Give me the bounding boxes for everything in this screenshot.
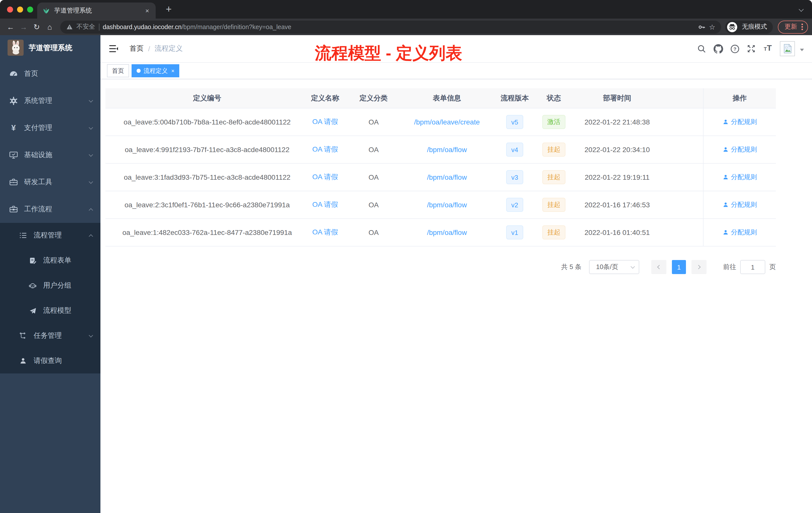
col-header-id: 定义编号 [106, 88, 309, 108]
tags-view-bar: 首页 流程定义 × [100, 63, 812, 79]
yen-icon: ¥ [9, 123, 18, 132]
form-link[interactable]: /bpm/oa/flow [427, 201, 467, 209]
next-page-button[interactable] [692, 260, 706, 274]
search-icon[interactable] [696, 44, 706, 54]
table-header-row: 定义编号 定义名称 定义分类 表单信息 流程版本 状态 部署时间 操作 [106, 88, 776, 109]
assign-rule-link[interactable]: 分配规则 [722, 200, 757, 209]
browser-tab[interactable]: 芋道管理系统 × [37, 2, 156, 19]
chevron-down-icon [89, 125, 93, 129]
home-button[interactable]: ⌂ [43, 23, 56, 31]
form-link[interactable]: /bpm/oa/flow [427, 146, 467, 154]
url-bar[interactable]: 不安全 dashboard.yudao.iocoder.cn/bpm/manag… [60, 20, 721, 33]
app-title: 芋道管理系统 [29, 43, 72, 53]
current-page-button[interactable]: 1 [672, 260, 686, 274]
chevron-up-icon [89, 234, 93, 238]
bookmark-star-icon[interactable]: ☆ [709, 23, 715, 31]
assign-rule-link[interactable]: 分配规则 [722, 173, 757, 182]
sidebar-item-process-form[interactable]: 流程表单 [0, 248, 100, 273]
sidebar-item-home[interactable]: 首页 [0, 60, 100, 87]
definition-name-link[interactable]: OA 请假 [312, 117, 338, 126]
chevron-down-icon [89, 152, 93, 157]
avatar-caret-icon[interactable] [800, 49, 804, 51]
password-key-icon[interactable] [697, 23, 705, 31]
sidebar-item-user-group[interactable]: 用户分组 [0, 273, 100, 298]
avatar[interactable] [780, 41, 795, 56]
favicon-plant-icon [42, 6, 50, 14]
close-window-button[interactable] [7, 6, 13, 12]
tab-search-chevron-icon[interactable] [799, 7, 804, 12]
sidebar-item-workflow[interactable]: 工作流程 [0, 196, 100, 223]
new-tab-button[interactable]: + [162, 2, 176, 16]
sidebar-item-process-model[interactable]: 流程模型 [0, 298, 100, 323]
col-header-form: 表单信息 [406, 88, 488, 108]
browser-toolbar: ← → ↻ ⌂ 不安全 dashboard.yudao.iocoder.cn/b… [0, 19, 812, 35]
browser-update-button[interactable]: 更新 [778, 20, 808, 33]
definition-category: OA [342, 109, 406, 135]
sidebar-item-process-management[interactable]: 流程管理 [0, 223, 100, 248]
definition-table: 定义编号 定义名称 定义分类 表单信息 流程版本 状态 部署时间 操作 oa_l… [106, 88, 776, 246]
chevron-down-icon [89, 333, 93, 337]
version-badge: v3 [506, 170, 523, 184]
browser-menu-icon[interactable] [802, 24, 803, 30]
assign-rule-link[interactable]: 分配规则 [722, 228, 757, 237]
back-button[interactable]: ← [4, 23, 17, 31]
definition-name-link[interactable]: OA 请假 [312, 200, 338, 209]
url-divider [99, 23, 99, 30]
definition-name-link[interactable]: OA 请假 [312, 228, 338, 237]
zoom-window-button[interactable] [27, 6, 33, 12]
user-icon [722, 230, 728, 235]
forward-button[interactable]: → [17, 23, 30, 31]
sidebar-item-leave-query[interactable]: 请假查询 [0, 349, 100, 373]
url-text[interactable]: dashboard.yudao.iocoder.cn/bpm/manager/d… [103, 23, 291, 30]
page-size-select[interactable]: 10条/页 [589, 260, 639, 274]
broken-image-icon [781, 42, 794, 55]
breadcrumb-home[interactable]: 首页 [129, 44, 144, 53]
user-icon [19, 357, 27, 365]
prev-page-button[interactable] [651, 260, 666, 274]
security-label[interactable]: 不安全 [76, 23, 95, 31]
font-size-icon[interactable]: TT [763, 44, 773, 54]
tab-close-icon[interactable]: × [144, 7, 151, 14]
tag-home[interactable]: 首页 [107, 64, 129, 77]
form-link[interactable]: /bpm/oa/leave/create [414, 118, 480, 126]
workflow-submenu: 流程管理 流程表单 用户分组 [0, 223, 100, 373]
user-icon [722, 174, 728, 180]
sidebar-item-payment[interactable]: ¥ 支付管理 [0, 115, 100, 142]
definition-name-link[interactable]: OA 请假 [312, 145, 338, 154]
pagination: 共 5 条 10条/页 1 前往 页 [106, 260, 776, 274]
assign-rule-link[interactable]: 分配规则 [722, 145, 757, 154]
table-row: oa_leave:4:991f2193-7b7f-11ec-a3c8-acde4… [106, 136, 776, 163]
sidebar-item-infrastructure[interactable]: 基础设施 [0, 142, 100, 169]
tag-process-definition[interactable]: 流程定义 × [132, 64, 179, 77]
incognito-badge: 无痕模式 [725, 20, 773, 33]
sidebar-toggle-icon[interactable] [109, 44, 118, 54]
chevron-down-icon [89, 98, 93, 102]
reload-button[interactable]: ↻ [30, 22, 43, 31]
definition-name-link[interactable]: OA 请假 [312, 173, 338, 182]
col-header-version: 流程版本 [488, 88, 541, 108]
deploy-time: 2022-01-22 19:19:11 [567, 163, 668, 191]
definition-id: oa_leave:2:3c1f0ef1-76b1-11ec-9c66-a2380… [106, 191, 309, 218]
help-icon[interactable]: ? [730, 44, 740, 54]
page-annotation: 流程模型 - 定义列表 [315, 42, 462, 65]
definition-id: oa_leave:4:991f2193-7b7f-11ec-a3c8-acde4… [106, 136, 309, 163]
deploy-time: 2022-01-16 17:46:53 [567, 191, 668, 218]
sidebar-item-system[interactable]: 系统管理 [0, 87, 100, 115]
dashboard-icon [9, 69, 18, 78]
list-icon [19, 232, 27, 239]
tag-close-icon[interactable]: × [171, 68, 174, 74]
form-link[interactable]: /bpm/oa/flow [427, 173, 467, 181]
github-icon[interactable] [713, 44, 723, 54]
table-row: oa_leave:2:3c1f0ef1-76b1-11ec-9c66-a2380… [106, 191, 776, 219]
col-header-time: 部署时间 [567, 88, 668, 108]
fullscreen-icon[interactable] [746, 44, 756, 54]
sidebar-item-dev-tools[interactable]: 研发工具 [0, 169, 100, 196]
version-badge: v2 [506, 198, 523, 212]
gear-icon [9, 96, 18, 105]
assign-rule-link[interactable]: 分配规则 [722, 117, 757, 126]
goto-page-input[interactable] [740, 260, 765, 274]
logo-rabbit-image [7, 40, 24, 56]
sidebar-item-task-management[interactable]: 任务管理 [0, 323, 100, 349]
form-link[interactable]: /bpm/oa/flow [427, 229, 467, 236]
minimize-window-button[interactable] [17, 6, 23, 12]
